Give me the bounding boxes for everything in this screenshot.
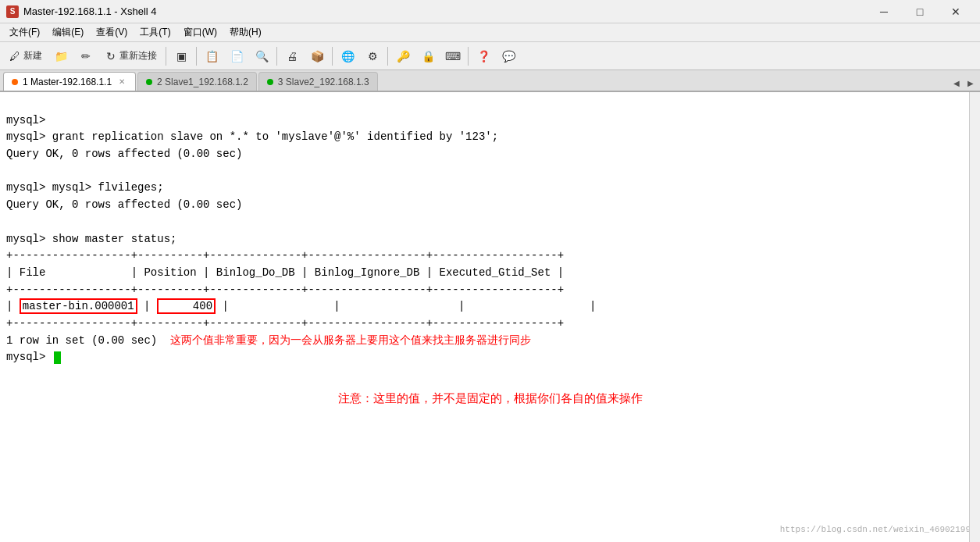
globe-icon: 🌐 (341, 50, 354, 62)
separator-3 (276, 47, 277, 66)
keyboard-button[interactable]: ⌨ (441, 45, 465, 67)
row-count-line: 1 row in set (0.00 sec) 这两个值非常重要，因为一会从服务… (6, 334, 531, 347)
minimize-button[interactable]: ─ (866, 0, 902, 23)
tab-bar: 1 Master-192.168.1.1 ✕ 2 Slave1_192.168.… (0, 70, 980, 92)
session-button[interactable]: 🔑 (391, 45, 415, 67)
tab-prev-button[interactable]: ◀ (950, 75, 963, 91)
line-show: mysql> show master status; (6, 233, 176, 245)
table-top: +------------------+----------+---------… (6, 249, 564, 262)
toolbar: 🖊 新建 📁 ✏ ↻ 重新连接 ▣ 📋 📄 🔍 🖨 📦 🌐 ⚙ 🔑 🔒 (0, 42, 980, 70)
print-icon: 🖨 (286, 50, 298, 62)
paste-button[interactable]: 📄 (225, 45, 248, 67)
title-bar: S Master-192.168.1.1 - Xshell 4 ─ □ ✕ (0, 0, 980, 23)
print-button[interactable]: 🖨 (280, 45, 304, 67)
edit-icon: ✏ (80, 50, 92, 62)
folder-button[interactable]: 📁 (49, 45, 73, 67)
prompt-final: mysql> (6, 351, 61, 363)
scrollbar[interactable] (969, 92, 980, 542)
config-icon: ⚙ (366, 50, 379, 62)
tab-next-button[interactable]: ▶ (964, 75, 977, 91)
position-value: 400 (157, 298, 216, 314)
config-button[interactable]: ⚙ (361, 45, 384, 67)
search-icon: 🔍 (255, 50, 268, 62)
reconnect-icon: ↻ (105, 50, 117, 62)
watermark: https://blog.csdn.net/weixin_46902199 (780, 523, 971, 537)
line-grant: mysql> grant replication slave on *.* to… (6, 130, 498, 143)
chat-icon: 💬 (502, 50, 515, 62)
close-button[interactable]: ✕ (938, 0, 974, 23)
copy-icon: 📋 (205, 50, 218, 62)
transfer-icon: 📦 (311, 50, 323, 62)
tab-dot-slave2 (267, 79, 273, 85)
tab-master[interactable]: 1 Master-192.168.1.1 ✕ (3, 72, 136, 91)
table-header: | File | Position | Binlog_Do_DB | Binlo… (6, 266, 564, 279)
keyboard-icon: ⌨ (447, 50, 459, 62)
chat-button[interactable]: 💬 (497, 45, 520, 67)
tab-dot-master (12, 79, 18, 85)
tab-navigation: ◀ ▶ (950, 75, 977, 91)
main-content: mysql> mysql> grant replication slave on… (0, 92, 980, 542)
menu-file[interactable]: 文件(F) (3, 23, 46, 41)
help-button[interactable]: ❓ (472, 45, 495, 67)
globe-button[interactable]: 🌐 (336, 45, 359, 67)
transfer-button[interactable]: 📦 (305, 45, 329, 67)
cursor (54, 351, 61, 364)
tab-label-slave1: 2 Slave1_192.168.1.2 (157, 77, 248, 87)
reconnect-button[interactable]: ↻ 重新连接 (99, 45, 162, 67)
title-bar-left: S Master-192.168.1.1 - Xshell 4 (6, 5, 157, 18)
lock-button[interactable]: 🔒 (416, 45, 440, 67)
menu-edit[interactable]: 编辑(E) (46, 23, 90, 41)
tab-slave2[interactable]: 3 Slave2_192.168.1.3 (258, 72, 378, 91)
separator-4 (332, 47, 333, 66)
window-title: Master-192.168.1.1 - Xshell 4 (23, 5, 157, 17)
line-flv: mysql> mysql> flvileges; (6, 181, 164, 194)
separator-6 (468, 47, 469, 66)
terminal-output: mysql> mysql> grant replication slave on… (6, 95, 974, 383)
line-query1: Query OK, 0 rows affected (0.00 sec) (6, 148, 242, 160)
table-mid: +------------------+----------+---------… (6, 283, 564, 296)
line-query2: Query OK, 0 rows affected (0.00 sec) (6, 198, 242, 211)
menu-help[interactable]: 帮助(H) (223, 23, 268, 41)
bottom-note: 注意：这里的值，并不是固定的，根据你们各自的值来操作 (6, 383, 974, 408)
separator-5 (387, 47, 388, 66)
tab-label-master: 1 Master-192.168.1.1 (23, 77, 112, 87)
table-bot: +------------------+----------+---------… (6, 317, 564, 330)
menu-view[interactable]: 查看(V) (90, 23, 134, 41)
terminal-area[interactable]: mysql> mysql> grant replication slave on… (0, 92, 980, 542)
app-icon: S (6, 5, 19, 18)
annotation-text: 这两个值非常重要，因为一会从服务器上要用这个值来找主服务器进行同步 (157, 334, 531, 347)
terminal-icon: ▣ (175, 50, 187, 62)
new-button[interactable]: 🖊 新建 (3, 45, 48, 67)
search-button[interactable]: 🔍 (250, 45, 273, 67)
terminal-button[interactable]: ▣ (169, 45, 193, 67)
help-icon: ❓ (477, 50, 490, 62)
menu-tools[interactable]: 工具(T) (134, 23, 176, 41)
tab-dot-slave1 (146, 79, 152, 85)
tab-close-master[interactable]: ✕ (116, 77, 127, 87)
separator-1 (166, 47, 166, 66)
tab-slave1[interactable]: 2 Slave1_192.168.1.2 (137, 72, 257, 91)
menu-window[interactable]: 窗口(W) (177, 23, 223, 41)
tab-label-slave2: 3 Slave2_192.168.1.3 (278, 77, 369, 87)
edit-button[interactable]: ✏ (74, 45, 98, 67)
table-data-row: | master-bin.000001 | 400 | | | | (6, 298, 596, 314)
new-icon: 🖊 (9, 50, 21, 62)
paste-icon: 📄 (230, 50, 243, 62)
menu-bar: 文件(F) 编辑(E) 查看(V) 工具(T) 窗口(W) 帮助(H) (0, 23, 980, 42)
line-prompt1: mysql> (6, 114, 45, 127)
file-value: master-bin.000001 (20, 298, 137, 314)
window-controls: ─ □ ✕ (866, 0, 974, 23)
folder-icon: 📁 (55, 50, 67, 62)
separator-2 (196, 47, 197, 66)
lock-icon: 🔒 (422, 50, 434, 62)
maximize-button[interactable]: □ (902, 0, 938, 23)
copy-button[interactable]: 📋 (200, 45, 223, 67)
session-icon: 🔑 (397, 50, 409, 62)
